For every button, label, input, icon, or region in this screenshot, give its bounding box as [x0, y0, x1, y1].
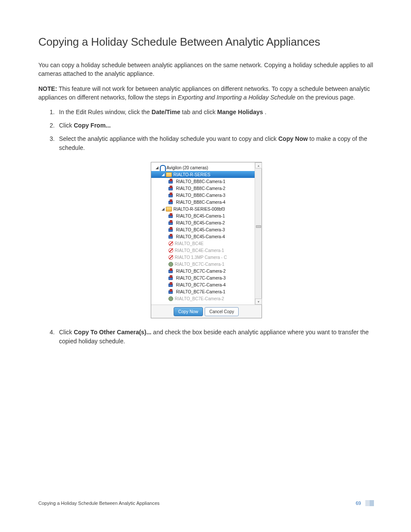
page-heading: Copying a Holiday Schedule Between Analy… [38, 35, 374, 49]
tree-camera[interactable]: RIALTO_BC7C-Camera-2 [151, 268, 255, 274]
camera-icon [168, 186, 174, 190]
tree-camera[interactable]: RIALTO_BC7E-Camera-1 [151, 288, 255, 295]
camera-icon [168, 289, 174, 294]
caret-down-icon[interactable]: ◢ [162, 172, 166, 177]
note-label: NOTE: [38, 85, 57, 92]
tree-label: RIALTO_BB8C-Camera-1 [174, 179, 226, 184]
step-number: 4. [38, 328, 59, 346]
camera-icon [168, 283, 174, 287]
bold-text: Copy To Other Camera(s)... [74, 329, 151, 336]
tree-camera[interactable]: RIALTO_BB8C-Camera-3 [151, 192, 255, 199]
tree-camera[interactable]: RIALTO_BC7E-Camera-2 [151, 295, 255, 302]
tree-label: RIALTO 1.3MP Camera - C [173, 255, 227, 260]
tree-label: RIALTO_BC45-Camera-4 [174, 234, 225, 239]
step-3: 3. Select the analytic appliance with th… [38, 134, 374, 152]
tree-camera[interactable]: RIALTO_BB8C-Camera-4 [151, 199, 255, 205]
tree-group[interactable]: ◢ RIALTO-R-SERIES-008bf3 [151, 205, 255, 212]
note-text-b: on the previous page. [297, 94, 355, 101]
text: . [265, 109, 267, 115]
tree-label: RIALTO_BB8C-Camera-2 [174, 186, 226, 191]
camera-tree-pane: ◢ Avigilon (20 cameras) ◢ RIALTO-R-SERIE… [151, 162, 262, 305]
camera-icon [168, 269, 174, 273]
caret-down-icon[interactable]: ◢ [156, 165, 160, 170]
tree-label: RIALTO_BB8C-Camera-3 [174, 193, 226, 198]
tree-label: RIALTO_BC45-Camera-3 [174, 227, 225, 232]
note-paragraph: NOTE: This feature will not work for bet… [38, 84, 374, 102]
footer-decoration-icon [365, 500, 374, 506]
tree-label: RIALTO_BC7C-Camera-3 [174, 276, 226, 280]
tree-label: RIALTO-R-SERIES-008bf3 [172, 207, 225, 212]
note-em: Exporting and Importing a Holiday Schedu… [177, 94, 295, 101]
status-dot-icon [168, 262, 173, 267]
bold-text: Mange Holidays [217, 109, 263, 115]
footer-title: Copying a Holiday Schedule Between Analy… [38, 501, 159, 506]
tree-label: RIALTO_BB8C-Camera-4 [174, 200, 226, 205]
text: Click [59, 122, 74, 129]
tree-group-selected[interactable]: ◢ RIALTO-R-SERIES [151, 171, 255, 178]
page-number: 69 [356, 501, 361, 506]
camera-icon [168, 200, 174, 204]
step-number: 1. [38, 108, 59, 117]
tree-camera[interactable]: RIALTO_BC45-Camera-1 [151, 212, 255, 219]
avigilon-logo-icon [160, 165, 165, 171]
tree-camera[interactable]: RIALTO_BC4E [151, 240, 255, 247]
tree-label: RIALTO_BC45-Camera-2 [174, 221, 225, 225]
text: In the Edit Rules window, click the [59, 109, 152, 115]
scroll-down-icon[interactable]: ▾ [255, 299, 262, 305]
step-list: 1. In the Edit Rules window, click the D… [38, 108, 374, 152]
text: Select the analytic appliance with the h… [59, 135, 278, 142]
tree-camera[interactable]: RIALTO_BB8C-Camera-2 [151, 185, 255, 192]
tree-label: RIALTO_BC7C-Camera-4 [174, 283, 226, 287]
screenshot-figure: ◢ Avigilon (20 cameras) ◢ RIALTO-R-SERIE… [38, 157, 374, 328]
step-2: 2. Click Copy From... [38, 121, 374, 130]
step-number: 3. [38, 134, 59, 152]
blocked-icon [168, 255, 173, 260]
camera-icon [168, 234, 174, 239]
tree-camera[interactable]: RIALTO_BC45-Camera-3 [151, 226, 255, 233]
bold-text: Copy Now [278, 135, 308, 142]
text: tab and click [182, 109, 217, 115]
tree-label: RIALTO_BC7E-Camera-2 [173, 296, 224, 301]
folder-open-icon [166, 172, 172, 177]
dialog-button-bar: Copy Now Cancel Copy [151, 305, 262, 318]
tree-camera[interactable]: RIALTO 1.3MP Camera - C [151, 254, 255, 261]
tree-camera[interactable]: RIALTO_BC45-Camera-4 [151, 233, 255, 240]
tree-camera[interactable]: RIALTO_BC4E-Camera-1 [151, 247, 255, 254]
step-list-cont: 4. Click Copy To Other Camera(s)... and … [38, 328, 374, 346]
caret-down-icon[interactable]: ◢ [162, 207, 166, 211]
scrollbar-thumb[interactable] [256, 225, 261, 228]
text: Click [59, 329, 74, 336]
blocked-icon [168, 248, 173, 253]
copy-dialog: ◢ Avigilon (20 cameras) ◢ RIALTO-R-SERIE… [151, 162, 262, 318]
camera-icon [168, 193, 174, 197]
tree-camera[interactable]: RIALTO_BC7C-Camera-3 [151, 274, 255, 281]
tree-root[interactable]: ◢ Avigilon (20 cameras) [151, 164, 255, 171]
tree-label: RIALTO_BC45-Camera-1 [174, 214, 225, 218]
copy-now-button[interactable]: Copy Now [174, 307, 203, 316]
camera-icon [168, 221, 174, 225]
cancel-copy-button[interactable]: Cancel Copy [205, 307, 239, 316]
step-number: 2. [38, 121, 59, 130]
camera-icon [168, 214, 174, 218]
camera-icon [168, 276, 174, 280]
tree-camera[interactable]: RIALTO_BB8C-Camera-1 [151, 178, 255, 185]
tree-label: RIALTO_BC4E-Camera-1 [173, 248, 224, 253]
tree-label: Avigilon (20 cameras) [165, 165, 209, 170]
camera-icon [168, 179, 174, 184]
bold-text: Date/Time [152, 109, 181, 115]
camera-icon [168, 227, 174, 232]
step-4: 4. Click Copy To Other Camera(s)... and … [38, 328, 374, 346]
bold-text: Copy From... [74, 122, 111, 129]
tree-label: RIALTO-R-SERIES [172, 172, 211, 177]
tree-camera[interactable]: RIALTO_BC45-Camera-2 [151, 219, 255, 226]
scrollbar[interactable]: ▴ ▾ [255, 162, 262, 305]
scroll-up-icon[interactable]: ▴ [255, 162, 262, 168]
status-dot-icon [168, 296, 173, 301]
folder-open-icon [166, 207, 172, 212]
page-footer: Copying a Holiday Schedule Between Analy… [38, 500, 374, 506]
tree-label: RIALTO_BC7C-Camera-2 [174, 269, 226, 274]
tree-camera[interactable]: RIALTO_BC7C-Camera-1 [151, 261, 255, 268]
tree-camera[interactable]: RIALTO_BC7C-Camera-4 [151, 281, 255, 288]
step-1: 1. In the Edit Rules window, click the D… [38, 108, 374, 117]
tree-label: RIALTO_BC7C-Camera-1 [173, 262, 224, 267]
